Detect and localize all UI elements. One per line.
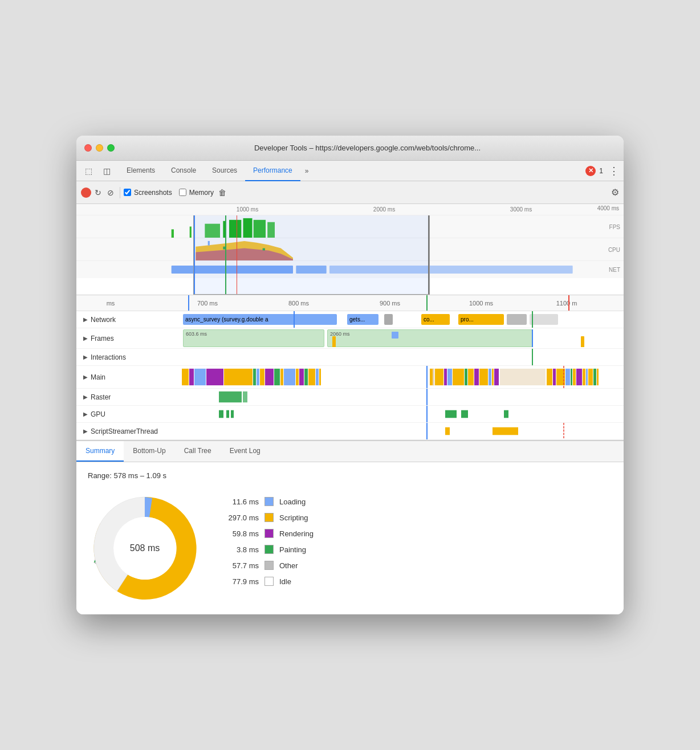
svg-rect-16	[194, 369, 206, 385]
tab-console[interactable]: Console	[163, 161, 204, 181]
svg-rect-51	[571, 369, 572, 385]
overview-time-2000: 2000 ms	[373, 206, 395, 213]
raster-expand-icon[interactable]: ▶	[83, 394, 88, 400]
network-bar-7	[530, 314, 558, 325]
frame-bar-1: 603.6 ms	[183, 329, 324, 347]
svg-rect-38	[465, 369, 467, 385]
main-label[interactable]: ▶ Main	[76, 373, 182, 381]
svg-rect-15	[189, 369, 194, 385]
scripting-color	[264, 513, 274, 522]
svg-rect-34	[435, 369, 443, 385]
tab-sources[interactable]: Sources	[204, 161, 245, 181]
tab-event-log[interactable]: Event Log	[221, 441, 270, 462]
memory-checkbox[interactable]: Memory	[179, 189, 214, 197]
track-script-streamer: ▶ ScriptStreamerThread	[76, 423, 624, 440]
network-bar-4: co...	[421, 314, 450, 325]
record-button[interactable]	[81, 188, 91, 198]
legend-scripting: 297.0 ms Scripting	[225, 513, 314, 522]
interactions-label[interactable]: ▶ Interactions	[76, 353, 182, 361]
svg-rect-40	[474, 369, 479, 385]
interactions-expand-icon[interactable]: ▶	[83, 354, 88, 360]
main-expand-icon[interactable]: ▶	[83, 374, 88, 380]
cursor-icon[interactable]: ⬚	[81, 164, 96, 178]
frame-marker-1	[332, 336, 336, 347]
bottom-tab-bar: Summary Bottom-Up Call Tree Event Log	[76, 441, 624, 462]
network-expand-icon[interactable]: ▶	[83, 316, 88, 323]
time-ms: ms	[107, 300, 115, 307]
overview-time-4000: 4000 ms	[597, 205, 619, 211]
raster-label[interactable]: ▶ Raster	[76, 393, 182, 401]
svg-rect-37	[453, 369, 464, 385]
svg-rect-21	[260, 369, 264, 385]
tab-call-tree[interactable]: Call Tree	[175, 441, 221, 462]
clear-button[interactable]: ⊘	[105, 187, 116, 198]
summary-chart-area: 508 ms 11.6 ms Loading 297.0 ms Scriptin…	[88, 491, 612, 605]
svg-rect-43	[492, 369, 494, 385]
tab-bottom-up[interactable]: Bottom-Up	[124, 441, 174, 462]
svg-rect-48	[553, 369, 556, 385]
tab-performance[interactable]: Performance	[245, 161, 300, 181]
painting-color	[264, 545, 274, 554]
selection-overlay[interactable]	[193, 215, 430, 295]
frame-marker-2	[581, 336, 584, 347]
tab-summary[interactable]: Summary	[76, 441, 124, 462]
donut-chart: 508 ms	[88, 491, 202, 605]
gpu-label[interactable]: ▶ GPU	[76, 410, 182, 418]
svg-rect-29	[308, 369, 315, 385]
svg-rect-41	[479, 369, 488, 385]
minimize-button[interactable]	[96, 144, 103, 152]
trash-icon[interactable]: 🗑	[218, 188, 226, 197]
svg-rect-24	[280, 369, 283, 385]
overview-time-1000: 1000 ms	[237, 206, 258, 213]
svg-rect-63	[219, 410, 223, 418]
legend: 11.6 ms Loading 297.0 ms Scripting 59.8 …	[225, 491, 314, 586]
svg-rect-1	[190, 227, 192, 238]
maximize-button[interactable]	[107, 144, 115, 152]
titlebar: Developer Tools – https://developers.goo…	[76, 136, 624, 161]
svg-rect-70	[445, 427, 450, 435]
legend-rendering: 59.8 ms Rendering	[225, 529, 314, 538]
svg-rect-61	[243, 392, 247, 402]
script-streamer-label[interactable]: ▶ ScriptStreamerThread	[76, 427, 182, 435]
tab-more[interactable]: »	[300, 167, 314, 175]
svg-rect-42	[489, 369, 491, 385]
gpu-track-content	[182, 406, 624, 422]
inspect-icon[interactable]: ◫	[99, 164, 114, 178]
tab-elements[interactable]: Elements	[119, 161, 163, 181]
script-streamer-expand-icon[interactable]: ▶	[83, 428, 88, 434]
main-track-content	[182, 366, 624, 388]
svg-rect-56	[588, 369, 593, 385]
svg-rect-35	[444, 369, 447, 385]
screenshots-checkbox[interactable]: Screenshots	[124, 189, 172, 197]
frames-label[interactable]: ▶ Frames	[76, 335, 182, 343]
svg-rect-45	[433, 369, 434, 385]
devtools-window: Developer Tools – https://developers.goo…	[76, 136, 624, 614]
svg-rect-71	[493, 427, 518, 435]
network-bar-6	[507, 314, 527, 325]
overview-time-3000: 3000 ms	[510, 206, 532, 213]
gpu-expand-icon[interactable]: ▶	[83, 411, 88, 417]
frames-expand-icon[interactable]: ▶	[83, 335, 88, 341]
gear-icon[interactable]: ⚙	[611, 187, 619, 198]
network-label[interactable]: ▶ Network	[76, 316, 182, 324]
svg-rect-47	[547, 369, 552, 385]
frame-bar-2: 2060 ms	[327, 329, 532, 347]
svg-rect-64	[226, 410, 229, 418]
track-frames: ▶ Frames 603.6 ms 2060 ms	[76, 328, 624, 349]
svg-rect-19	[253, 369, 256, 385]
legend-painting: 3.8 ms Painting	[225, 545, 314, 554]
donut-center: 508 ms	[130, 543, 160, 553]
refresh-button[interactable]: ↻	[92, 187, 104, 198]
network-bar-1: async_survey (survey.g.double a	[183, 314, 337, 325]
legend-loading: 11.6 ms Loading	[225, 497, 314, 506]
network-bar-5: pro...	[458, 314, 504, 325]
track-gpu: ▶ GPU	[76, 406, 624, 423]
svg-rect-0	[172, 229, 174, 238]
separator	[120, 187, 120, 198]
track-interactions: ▶ Interactions	[76, 349, 624, 366]
close-button[interactable]	[84, 144, 92, 152]
more-options-icon[interactable]: ⋮	[609, 165, 619, 177]
tab-bar: ⬚ ◫ Elements Console Sources Performance…	[76, 161, 624, 181]
time-800: 800 ms	[288, 300, 309, 307]
svg-rect-30	[316, 369, 319, 385]
